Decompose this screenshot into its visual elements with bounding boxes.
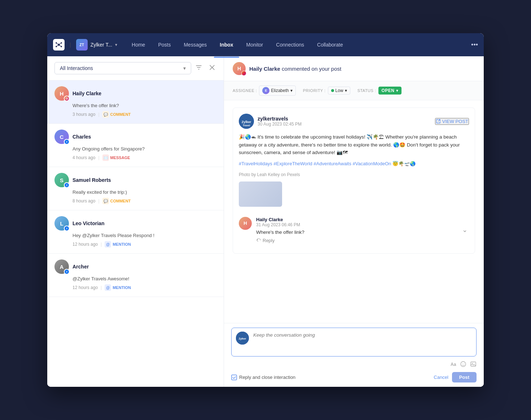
all-interactions-button[interactable]: All Interactions ▾ bbox=[54, 62, 191, 74]
reply-box: Zylker Aa bbox=[224, 323, 484, 387]
assignee-meta: ASSIGNEE : E Elizabeth ▾ bbox=[233, 86, 296, 96]
dropdown-chevron-icon: ▾ bbox=[183, 65, 186, 71]
inbox-item-header: C f Charles bbox=[54, 130, 216, 144]
nav-monitor[interactable]: Monitor bbox=[241, 39, 269, 51]
comment-date: 31 Aug 2023 06:46 PM bbox=[256, 222, 456, 227]
interaction-tag: 💬 COMMENT bbox=[102, 198, 131, 204]
reply-footer-actions: Cancel Post bbox=[434, 372, 477, 382]
comment-tag-icon: 💬 bbox=[102, 198, 109, 204]
avatar-wrap: A f bbox=[54, 259, 69, 274]
inbox-item-name: Archer bbox=[73, 264, 89, 270]
detail-scroll: ZylkerTravel zylkertravels 30 Aug 2023 0… bbox=[224, 100, 484, 323]
inbox-item-message: Hey @Zylker Travels Please Respond ! bbox=[73, 233, 216, 238]
close-icon-btn[interactable] bbox=[208, 63, 216, 74]
collapse-button[interactable]: ⌄ bbox=[461, 217, 469, 243]
post-author-avatar: ZylkerTravel bbox=[239, 114, 254, 129]
svg-text:Aa: Aa bbox=[451, 362, 456, 367]
brand-name: Zylker T... bbox=[91, 42, 112, 48]
assignee-avatar: E bbox=[262, 87, 269, 94]
svg-point-22 bbox=[472, 363, 473, 364]
svg-text:Zylker: Zylker bbox=[242, 120, 251, 124]
emoji-icon bbox=[460, 361, 466, 367]
cancel-button[interactable]: Cancel bbox=[434, 375, 448, 380]
checkbox-icon bbox=[231, 375, 237, 380]
detail-meta: ASSIGNEE : E Elizabeth ▾ PRIORITY : Low … bbox=[224, 81, 484, 100]
inbox-item-time: 12 hours ago bbox=[73, 242, 98, 247]
detail-user-avatar: H bbox=[233, 62, 246, 75]
nav-messages[interactable]: Messages bbox=[178, 39, 212, 51]
interaction-tag: 💬 COMMENT bbox=[102, 111, 131, 118]
nav-collaborate[interactable]: Collaborate bbox=[311, 39, 349, 51]
image-icon bbox=[470, 361, 477, 367]
inbox-item[interactable]: S f Samuel Roberts Really excited for th… bbox=[47, 167, 224, 210]
nav-connections[interactable]: Connections bbox=[270, 39, 310, 51]
status-label: STATUS : bbox=[357, 88, 376, 93]
svg-point-19 bbox=[462, 363, 463, 364]
svg-text:Zylker: Zylker bbox=[239, 337, 246, 340]
nav-home[interactable]: Home bbox=[126, 39, 151, 51]
emoji-icon-btn[interactable] bbox=[460, 361, 466, 369]
filter-icon-btn[interactable] bbox=[194, 63, 203, 74]
reply-close-check[interactable]: Reply and close interaction bbox=[231, 375, 295, 380]
inbox-list-header: All Interactions ▾ bbox=[47, 56, 224, 80]
detail-username: Haily Clarke bbox=[249, 66, 280, 72]
inbox-item-name: Haily Clarke bbox=[73, 91, 101, 96]
reply-inline-button[interactable]: Reply bbox=[256, 238, 275, 243]
inbox-item-footer: 12 hours ago | @ MENTION bbox=[73, 284, 216, 291]
inbox-item[interactable]: H Haily Clarke Where's the offer link? 3… bbox=[47, 80, 224, 124]
nav-inbox[interactable]: Inbox bbox=[214, 39, 239, 51]
inbox-item-header: A f Archer bbox=[54, 259, 216, 274]
comment-author: Haily Clarke bbox=[256, 217, 456, 222]
nav-divider: | bbox=[70, 42, 71, 48]
post-hashtags: #TravelHolidays #ExploreTheWorld #Advent… bbox=[239, 160, 469, 168]
view-post-button[interactable]: VIEW POST bbox=[435, 118, 469, 125]
nav-more-icon[interactable]: ••• bbox=[471, 41, 478, 49]
inbox-item-message: Any Ongoing offers for Singapore? bbox=[73, 146, 216, 152]
brand-chevron-icon[interactable]: ▾ bbox=[115, 42, 117, 47]
post-author-info: zylkertravels 30 Aug 2023 02:45 PM bbox=[258, 116, 302, 127]
priority-value: Low bbox=[335, 88, 343, 93]
inbox-item-footer: 4 hours ago | ✉️ MESSAGE bbox=[73, 154, 216, 161]
reply-input[interactable] bbox=[253, 332, 472, 346]
inbox-item[interactable]: L f Leo Victorian Hey @Zylker Travels Pl… bbox=[47, 210, 224, 254]
nav-links: Home Posts Messages Inbox Monitor Connec… bbox=[126, 39, 471, 51]
text-format-icon-btn[interactable]: Aa bbox=[450, 361, 456, 369]
assignee-dropdown[interactable]: E Elizabeth ▾ bbox=[259, 86, 295, 96]
nav-brand: | ZT Zylker T... ▾ bbox=[53, 39, 117, 51]
reply-tools: Aa bbox=[231, 361, 477, 369]
status-dropdown[interactable]: OPEN ▾ bbox=[378, 87, 401, 95]
interaction-tag: @ MENTION bbox=[105, 241, 131, 248]
inbox-item-message: @Zylker Travels Awesome! bbox=[73, 276, 216, 281]
priority-label: PRIORITY : bbox=[303, 88, 326, 93]
detail-header-text: Haily Clarke commented on your post bbox=[249, 66, 341, 72]
inbox-item[interactable]: A f Archer @Zylker Travels Awesome! 12 h… bbox=[47, 254, 224, 297]
priority-dropdown[interactable]: Low ▾ bbox=[328, 87, 350, 95]
text-format-icon: Aa bbox=[450, 361, 456, 367]
comment-text: Where's the offer link? bbox=[256, 229, 456, 235]
mention-tag-icon: @ bbox=[105, 241, 111, 248]
svg-point-11 bbox=[67, 98, 68, 98]
inbox-item-message: Where's the offer link? bbox=[73, 103, 216, 108]
post-author-name: zylkertravels bbox=[258, 116, 302, 122]
inbox-item-name: Samuel Roberts bbox=[73, 177, 111, 183]
filter-icon bbox=[196, 64, 202, 71]
nav-posts[interactable]: Posts bbox=[152, 39, 176, 51]
image-icon-btn[interactable] bbox=[470, 361, 477, 369]
avatar-wrap: H bbox=[54, 86, 69, 101]
brand-avatar: ZT bbox=[76, 39, 88, 51]
inbox-item[interactable]: C f Charles Any Ongoing offers for Singa… bbox=[47, 124, 224, 167]
assignee-chevron-icon: ▾ bbox=[290, 88, 293, 93]
all-interactions-label: All Interactions bbox=[60, 65, 93, 71]
svg-text:Travel: Travel bbox=[243, 124, 250, 127]
inbox-item-name: Charles bbox=[73, 134, 91, 140]
facebook-badge-icon: f bbox=[64, 139, 70, 145]
post-button[interactable]: Post bbox=[452, 372, 477, 382]
inbox-item-name: Leo Victorian bbox=[73, 220, 104, 226]
inbox-item-header: S f Samuel Roberts bbox=[54, 173, 216, 187]
reply-footer: Reply and close interaction Cancel Post bbox=[231, 372, 477, 382]
assignee-value: Elizabeth bbox=[271, 88, 289, 93]
comment-body: Haily Clarke 31 Aug 2023 06:46 PM Where'… bbox=[256, 217, 456, 243]
comment-section: H Haily Clarke 31 Aug 2023 06:46 PM Wher… bbox=[239, 213, 469, 248]
message-tag-icon: ✉️ bbox=[102, 154, 109, 161]
header-actions bbox=[194, 63, 216, 74]
